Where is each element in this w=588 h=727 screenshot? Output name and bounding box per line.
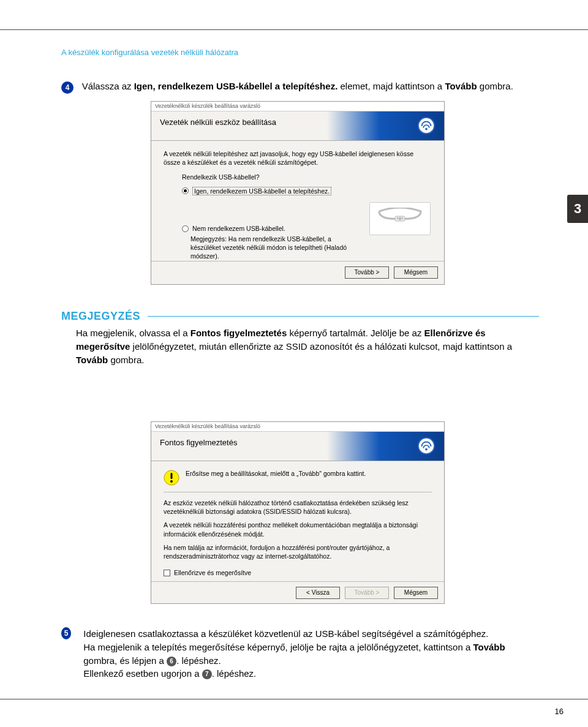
wizard2-cancel-button[interactable]: Mégsem xyxy=(394,587,438,599)
chapter-side-tab: 3 xyxy=(567,195,588,223)
warning-icon xyxy=(164,470,179,486)
step4-text-mid: elemet, majd kattintson a xyxy=(337,81,445,91)
wizard2-header: Fontos figyelmeztetés xyxy=(151,432,444,461)
step-ref-7-badge: 7 xyxy=(202,669,212,679)
usb-cable-illustration xyxy=(369,202,431,235)
note-line-f: Tovább xyxy=(76,355,108,365)
svg-point-4 xyxy=(425,448,428,451)
wizard1-titlebar: Vezetéknélküli készülék beállítása varáz… xyxy=(151,102,444,111)
step-ref-6-badge: 6 xyxy=(167,657,176,666)
step-5-instruction: 5 Ideiglenesen csatlakoztassa a készülék… xyxy=(61,627,539,680)
step5-line2a: Ha megjelenik a telepítés megerősítése k… xyxy=(83,642,473,652)
step5-line1: Ideiglenesen csatlakoztassa a készüléket… xyxy=(83,628,488,639)
step5-line3b: . lépéshez. xyxy=(212,668,257,679)
wizard1-intro: A vezeték nélküli telepítéshez azt javas… xyxy=(164,149,432,167)
step-5-badge: 5 xyxy=(61,627,71,639)
page-section-header: A készülék konfigurálása vezeték nélküli… xyxy=(61,48,238,57)
bottom-horizontal-rule xyxy=(0,699,588,699)
wizard1-next-button[interactable]: Tovább > xyxy=(345,266,389,279)
wizard1-body: A vezeték nélküli telepítéshez azt javas… xyxy=(151,141,444,261)
wizard2-p2: A vezeték nélküli hozzáférési ponthoz me… xyxy=(164,521,432,538)
step5-line2c: gombra, és lépjen a xyxy=(83,655,167,666)
wizard1-radio-yes[interactable]: Igen, rendelkezem USB-kábellel a telepít… xyxy=(182,187,432,195)
wizard2-titlebar: Vezetéknélküli készülék beállítása varáz… xyxy=(151,422,444,432)
note-line-g: gombra. xyxy=(108,355,144,365)
note-block: MEGJEGYZÉS Ha megjelenik, olvassa el a F… xyxy=(61,310,539,366)
step4-text-suffix: gombra. xyxy=(477,81,513,91)
wizard1-radio-no-label: Nem rendelkezem USB-kábellel. xyxy=(192,225,285,232)
wizard2-body: Erősítse meg a beállításokat, mielőtt a … xyxy=(151,461,444,581)
svg-point-1 xyxy=(425,128,428,130)
wizard2-footer: < Vissza Tovább > Mégsem xyxy=(151,581,444,603)
wizard2-confirm-checkbox[interactable]: Ellenőrizve és megerősítve xyxy=(164,569,432,576)
note-line-c: képernyő tartalmát. Jelölje be az xyxy=(287,328,424,338)
page-number: 16 xyxy=(555,707,564,716)
step4-text-prefix: Válassza az xyxy=(82,81,134,91)
wizard2-p1: Az eszköz vezeték nélküli hálózathoz tör… xyxy=(164,499,432,516)
note-line-b: Fontos figyelmeztetés xyxy=(190,328,287,338)
wizard1-note: Megjegyzés: Ha nem rendelkezik USB-kábel… xyxy=(190,235,362,261)
wizard1-question: Rendelkezik USB-kábellel? xyxy=(182,173,432,181)
wifi-icon xyxy=(417,116,435,135)
wizard1-header: Vezeték nélküli eszköz beállítása xyxy=(151,111,444,141)
step-4-instruction: 4 Válassza az Igen, rendelkezem USB-kábe… xyxy=(61,80,539,94)
radio-selected-icon xyxy=(182,187,189,194)
wizard2-next-button: Tovább > xyxy=(345,587,389,599)
step-4-badge: 4 xyxy=(61,81,74,94)
wizard2-header-title: Fontos figyelmeztetés xyxy=(160,438,444,447)
svg-point-7 xyxy=(170,480,173,483)
step4-bold-next: Tovább xyxy=(445,81,477,91)
step4-bold-option: Igen, rendelkezem USB-kábellel a telepít… xyxy=(134,81,338,91)
wifi-icon xyxy=(417,437,435,455)
step5-line3a: Ellenkező esetben ugorjon a xyxy=(83,668,202,679)
wizard1-window: Vezetéknélküli készülék beállítása varáz… xyxy=(151,101,445,285)
radio-unselected-icon xyxy=(182,225,189,232)
wizard1-cancel-button[interactable]: Mégsem xyxy=(394,266,438,279)
wizard2-divider xyxy=(164,492,432,492)
note-heading: MEGJEGYZÉS xyxy=(61,310,140,323)
wizard1-footer: Tovább > Mégsem xyxy=(151,261,444,283)
wizard2-p3: Ha nem találja az információt, forduljon… xyxy=(164,543,432,560)
step5-line2-bold: Tovább xyxy=(473,642,505,652)
wizard2-checkbox-label: Ellenőrizve és megerősítve xyxy=(174,569,251,576)
note-heading-rule xyxy=(148,316,539,317)
checkbox-empty-icon xyxy=(164,570,170,576)
wizard1-header-title: Vezeték nélküli eszköz beállítása xyxy=(160,118,444,127)
step5-line2d: . lépéshez. xyxy=(176,655,221,666)
top-horizontal-rule xyxy=(0,29,588,30)
note-line-a: Ha megjelenik, olvassa el a xyxy=(76,328,190,338)
wizard2-back-button[interactable]: < Vissza xyxy=(296,587,340,599)
wizard2-warn-line: Erősítse meg a beállításokat, mielőtt a … xyxy=(186,470,366,477)
wizard1-radio-yes-label: Igen, rendelkezem USB-kábellel a telepít… xyxy=(192,187,331,195)
svg-rect-6 xyxy=(171,473,173,479)
note-line-e: jelölőnégyzetet, miután ellenőrizte az S… xyxy=(130,341,512,352)
wizard2-window: Vezetéknélküli készülék beállítása varáz… xyxy=(151,421,445,604)
